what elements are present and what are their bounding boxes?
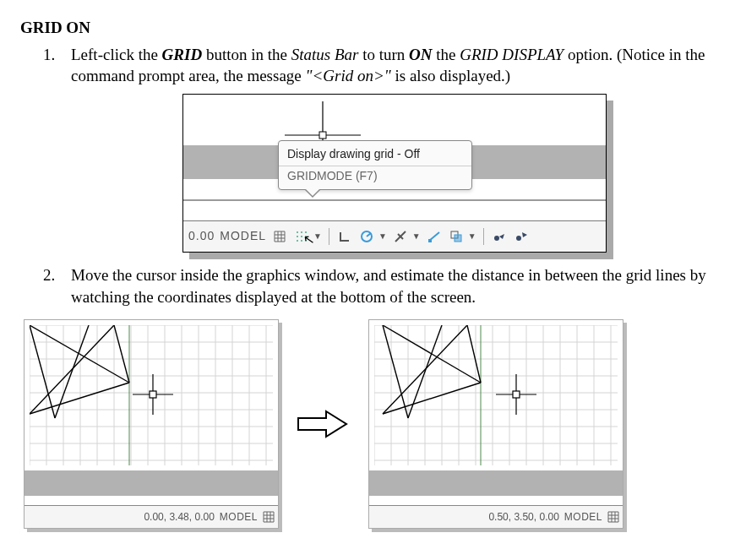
svg-line-21 — [367, 233, 371, 237]
lineweight-icon[interactable] — [426, 228, 443, 245]
svg-point-14 — [297, 236, 298, 237]
annotation-icon[interactable] — [513, 228, 530, 245]
tooltip-subtitle: GRIDMODE (F7) — [279, 166, 471, 189]
coord-readout: 0.00 — [188, 228, 215, 244]
step-1: Left-click the GRID button in the Status… — [59, 44, 715, 253]
figure-after: 0.50, 3.50, 0.00 MODEL — [368, 319, 623, 529]
ortho-icon[interactable] — [336, 228, 353, 245]
figure-before: 0.00, 3.48, 0.00 MODEL — [24, 319, 279, 529]
polar-icon[interactable] — [358, 228, 375, 245]
dropdown-icon[interactable]: ▼ — [313, 231, 322, 242]
step2-text: Move the cursor inside the graphics wind… — [71, 266, 706, 306]
model-label[interactable]: MODEL — [220, 510, 258, 524]
svg-rect-93 — [513, 391, 520, 398]
model-label[interactable]: MODEL — [220, 228, 266, 244]
snap-icon[interactable] — [392, 228, 409, 245]
status-bar: 0.00 MODEL ↖ ▼ — [183, 220, 606, 252]
coord-readout: 0.00, 3.48, 0.00 — [144, 510, 214, 524]
svg-rect-27 — [455, 235, 461, 242]
tooltip-title: Display drawing grid - Off — [279, 141, 471, 166]
section-heading: GRID ON — [20, 17, 715, 39]
arrow-right-icon — [294, 407, 353, 441]
svg-rect-25 — [428, 239, 432, 242]
svg-point-29 — [516, 236, 521, 241]
mini-status-bar: 0.00, 3.48, 0.00 MODEL — [24, 505, 278, 528]
model-label[interactable]: MODEL — [564, 510, 602, 524]
svg-point-28 — [494, 236, 499, 241]
figure-1: Display drawing grid - Off GRIDMODE (F7)… — [182, 94, 607, 253]
step-list: Left-click the GRID button in the Status… — [59, 44, 715, 308]
dropdown-icon[interactable]: ▼ — [468, 231, 476, 242]
svg-rect-57 — [150, 391, 156, 398]
mini-status-bar: 0.50, 3.50, 0.00 MODEL — [369, 505, 623, 528]
step1-text: Left-click the GRID button in the Status… — [71, 46, 705, 85]
svg-point-17 — [297, 240, 298, 242]
tooltip: Display drawing grid - Off GRIDMODE (F7) — [278, 140, 472, 190]
grid-canvas — [374, 325, 618, 465]
dropdown-icon[interactable]: ▼ — [412, 231, 421, 242]
svg-point-18 — [301, 240, 302, 242]
transparency-icon[interactable] — [448, 228, 465, 245]
figure-row: 0.00, 3.48, 0.00 MODEL — [24, 319, 715, 529]
grid-icon[interactable] — [607, 511, 619, 523]
grid-icon[interactable] — [263, 511, 275, 523]
svg-rect-2 — [319, 132, 326, 139]
grid-icon[interactable] — [271, 228, 288, 245]
crosshair-cursor — [276, 101, 462, 144]
svg-point-11 — [297, 231, 298, 233]
dropdown-icon[interactable]: ▼ — [378, 231, 387, 242]
divider — [183, 199, 606, 201]
selection-icon[interactable] — [491, 228, 508, 245]
coord-readout: 0.50, 3.50, 0.00 — [488, 510, 558, 524]
grid-canvas — [30, 325, 273, 465]
step-2: Move the cursor inside the graphics wind… — [59, 264, 715, 307]
